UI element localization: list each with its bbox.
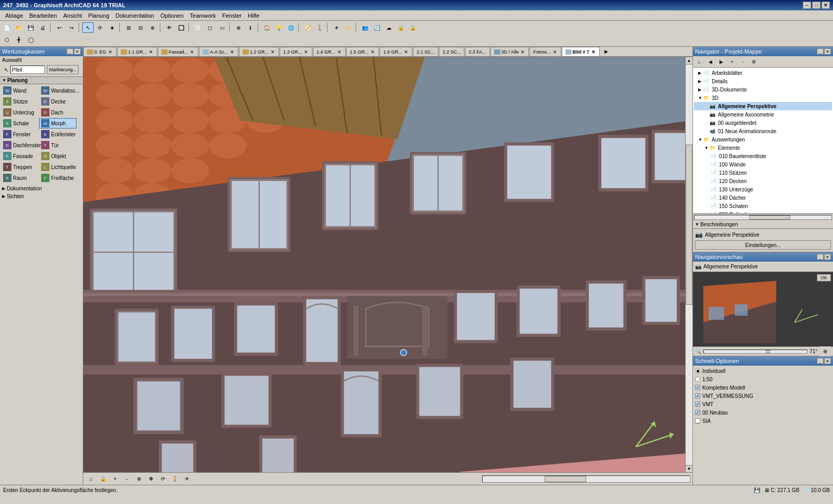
tab-22sc[interactable]: 2.2 SC... xyxy=(439,47,464,56)
sun-btn[interactable]: ☀ xyxy=(331,22,342,33)
info-button[interactable]: ℹ xyxy=(245,22,256,33)
menu-ablage[interactable]: Ablage xyxy=(2,11,26,20)
menu-planung[interactable]: Planung xyxy=(85,11,112,20)
menu-dokumentation[interactable]: Dokumentation xyxy=(112,11,157,20)
dokumentation-section[interactable]: ▶ Dokumentation xyxy=(0,185,83,192)
tab-bild7[interactable]: Bild # 7 ✕ xyxy=(562,47,600,56)
eye-button[interactable]: 👁 xyxy=(163,22,175,33)
zoom-expand-btn[interactable]: ⊕ xyxy=(819,346,831,357)
tab-1gr[interactable]: 1.1 GR... ✕ xyxy=(117,47,157,56)
tab-21sc[interactable]: 2.1 SC... xyxy=(413,47,438,56)
tool-dach[interactable]: D Dach xyxy=(39,107,77,118)
tab-asc[interactable]: A-A Sc... ✕ xyxy=(199,47,238,56)
check-neubau[interactable]: ✓ xyxy=(695,410,700,415)
energy-btn[interactable]: ⚡ xyxy=(343,22,354,33)
tree-00-ausgeblendet[interactable]: 📷 00 ausgeblendet xyxy=(694,119,832,127)
vp-pan-btn[interactable]: ✥ xyxy=(145,474,157,484)
menu-optionen[interactable]: Optionen xyxy=(157,11,187,20)
tool-raum[interactable]: R Raum xyxy=(1,173,39,183)
menu-ansicht[interactable]: Ansicht xyxy=(60,11,85,20)
tab-12gr[interactable]: 1.2 GR... ✕ xyxy=(239,47,279,56)
menu-hilfe[interactable]: Hilfe xyxy=(245,11,262,20)
snap-circ[interactable]: ◯ xyxy=(25,34,36,45)
tab-3dalle-close[interactable]: ✕ xyxy=(520,49,525,55)
nav-back-btn[interactable]: ◀ xyxy=(705,57,715,67)
menu-teamwork[interactable]: Teamwork xyxy=(187,11,219,20)
render-btn[interactable]: 💡 xyxy=(273,22,285,33)
tree-arbeitsblattern[interactable]: ▶ 📄 Arbeitsblätter xyxy=(694,69,832,77)
tool-wandabsc[interactable]: W Wandabsc... xyxy=(39,85,77,96)
tool-eckfenster[interactable]: E Eckfenster xyxy=(39,129,77,139)
check-vmt[interactable]: ✓ xyxy=(695,402,700,407)
tool-wand[interactable]: W Wand xyxy=(1,85,39,96)
schnell-sia[interactable]: _ SIA xyxy=(695,417,831,425)
nav-hscrollbar[interactable] xyxy=(694,215,832,220)
tab-13gr-close[interactable]: ✕ xyxy=(304,49,309,55)
tool-schale[interactable]: S Schale xyxy=(1,118,39,128)
minimize-button[interactable]: ─ xyxy=(803,2,811,9)
tree-010[interactable]: 📄 010 Bauelementliste xyxy=(694,152,832,160)
tree-150[interactable]: 📄 150 Schalen xyxy=(694,202,832,210)
tab-23fa[interactable]: 2.3 FA... xyxy=(465,47,490,56)
nav-home-btn[interactable]: ⌂ xyxy=(694,57,704,67)
model-btn[interactable]: 🏠 xyxy=(261,22,273,33)
snap-rect[interactable]: ⬡ xyxy=(1,34,12,45)
nav-hscroll-thumb[interactable] xyxy=(749,215,790,219)
tree-100[interactable]: 📄 100 Wände xyxy=(694,160,832,169)
save-button[interactable]: 💾 xyxy=(25,22,36,33)
nav-settings-btn[interactable]: ⚙ xyxy=(749,57,759,67)
viewport-vscrollbar[interactable]: ▲ ▼ xyxy=(685,57,692,472)
tree-details[interactable]: ▶ 📄 Details xyxy=(694,77,832,85)
schnell-min-btn[interactable]: _ xyxy=(817,358,824,364)
tab-1gr-close[interactable]: ✕ xyxy=(148,49,154,55)
tree-120[interactable]: 📄 120 Decken xyxy=(694,177,832,185)
tab-16gr-close[interactable]: ✕ xyxy=(403,49,409,55)
tab-fotore-close[interactable]: ✕ xyxy=(552,49,558,55)
tool-lichtquelle[interactable]: L Lichtquelle xyxy=(39,162,77,172)
tool1-button[interactable]: ⬜ xyxy=(192,22,204,33)
tree-auswertungen[interactable]: ▼ 📁 Auswertungen xyxy=(694,135,832,144)
close-button[interactable]: ✕ xyxy=(822,2,830,9)
menu-fenster[interactable]: Fenster xyxy=(219,11,245,20)
zoom-slider[interactable] xyxy=(703,350,807,354)
tool-search-input[interactable] xyxy=(10,66,45,74)
tab-16gr[interactable]: 1.6 GR... ✕ xyxy=(380,47,412,56)
tree-140[interactable]: 📄 140 Dächer xyxy=(694,193,832,202)
tool-treppen[interactable]: T Treppen xyxy=(1,162,39,172)
schnell-close-btn[interactable]: ✕ xyxy=(824,358,831,364)
schnell-vmt-vermessung[interactable]: ✓ VMT_VERMESSUNG xyxy=(695,392,831,400)
pointer-button[interactable]: ↖ xyxy=(82,22,94,33)
tree-01-animation[interactable]: 📹 01 Neue Animationsroute xyxy=(694,127,832,135)
tab-14gr-close[interactable]: ✕ xyxy=(337,49,342,55)
tree-elemente[interactable]: ▼ 📁 Elemente xyxy=(694,144,832,152)
collab-btn[interactable]: 👥 xyxy=(359,22,371,33)
panel-minimize-btn[interactable]: _ xyxy=(67,48,73,55)
schnell-vmt[interactable]: ✓ VMT xyxy=(695,400,831,408)
sync-btn[interactable]: 🔄 xyxy=(371,22,383,33)
tool-unterzug[interactable]: U Unterzug xyxy=(1,107,39,118)
tab-fassad[interactable]: Fassad... ✕ xyxy=(158,47,198,56)
nav-prev-min-btn[interactable]: _ xyxy=(817,254,824,260)
vscroll-thumb[interactable] xyxy=(686,145,692,305)
zoom-button[interactable]: ⊕ xyxy=(147,22,158,33)
nav-del-btn[interactable]: - xyxy=(738,57,748,67)
nav-prev-close-btn[interactable]: ✕ xyxy=(824,254,831,260)
markierung-button[interactable]: Markierung... xyxy=(47,65,79,74)
tool-stutze[interactable]: S Stütze xyxy=(1,96,39,107)
view3d-button[interactable]: 🔲 xyxy=(175,22,187,33)
nav-fwd-btn[interactable]: ▶ xyxy=(716,57,726,67)
walk-btn[interactable]: 🚶 xyxy=(314,22,325,33)
preview-ok-button[interactable]: OK xyxy=(817,274,831,281)
nav-btn[interactable]: 🧭 xyxy=(302,22,313,33)
check-komplett[interactable]: ✓ xyxy=(695,385,700,390)
tree-allgemeine-perspektive[interactable]: 📷 Allgemeine Perspektive xyxy=(694,102,832,110)
nav-close-btn[interactable]: ✕ xyxy=(824,48,831,55)
snap-button[interactable]: ⊞ xyxy=(123,22,134,33)
redo-button[interactable]: ↪ xyxy=(66,22,77,33)
maximize-button[interactable]: □ xyxy=(812,2,821,9)
tab-fassad-close[interactable]: ✕ xyxy=(190,49,195,55)
radio-individuell[interactable] xyxy=(695,368,700,373)
check-vmt-verm[interactable]: ✓ xyxy=(695,393,700,398)
vscroll-down[interactable]: ▼ xyxy=(686,465,692,472)
tool-fenster[interactable]: F Fenster xyxy=(1,129,39,139)
